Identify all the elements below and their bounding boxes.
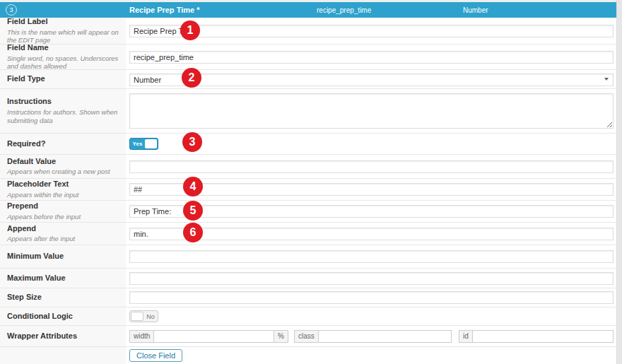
default-value-description: Appears when creating a new post [7, 168, 120, 176]
conditional-logic-labelcell: Conditional Logic [0, 307, 126, 325]
annotation-2-number: 2 [189, 71, 195, 84]
field-type-labelcell: Field Type [0, 70, 126, 88]
field-type-label: Field Type [7, 74, 120, 84]
conditional-logic-label: Conditional Logic [7, 312, 120, 322]
annotation-4-number: 4 [190, 180, 196, 193]
field-label-description: This is the name which will appear on th… [7, 28, 120, 45]
row-field-label: Field Label This is the name which will … [0, 18, 616, 44]
placeholder-description: Appears within the input [7, 191, 120, 199]
wrapper-id-prefix: id [459, 330, 472, 343]
row-wrapper-attributes: Wrapper Attributes width % class id [0, 325, 616, 346]
row-field-name: Field Name Single word, no spaces. Under… [0, 44, 616, 69]
required-toggle-knob [145, 139, 157, 148]
required-labelcell: Required? [0, 134, 126, 154]
required-label: Required? [7, 139, 120, 149]
annotation-circle-3: 3 [182, 132, 202, 152]
instructions-label: Instructions [7, 97, 120, 107]
wrapper-width-input[interactable] [153, 330, 274, 343]
field-header-bar[interactable]: 3 Recipe Prep Time * recipe_prep_time Nu… [0, 2, 616, 18]
maximum-value-input[interactable] [129, 272, 614, 285]
field-name-labelcell: Field Name Single word, no spaces. Under… [0, 45, 126, 69]
wrapper-id-input[interactable] [472, 330, 614, 343]
wrapper-class-prefix: class [294, 330, 318, 343]
row-prepend: Prepend Appears before the input [0, 200, 616, 222]
maximum-value-labelcell: Maximum Value [0, 269, 126, 288]
annotation-1-number: 1 [187, 24, 194, 37]
acf-field-settings-panel: 3 Recipe Prep Time * recipe_prep_time Nu… [0, 0, 622, 364]
annotation-6-number: 6 [190, 226, 196, 239]
step-size-labelcell: Step Size [0, 288, 126, 307]
instructions-textarea[interactable] [129, 93, 614, 129]
row-placeholder: Placeholder Text Appears within the inpu… [0, 178, 616, 200]
wrapper-width-prefix: width [129, 330, 153, 343]
required-toggle[interactable]: Yes [129, 138, 158, 150]
wrapper-class-group: class [294, 330, 452, 343]
append-labelcell: Append Appears after the input [0, 223, 126, 245]
minimum-value-input[interactable] [129, 250, 614, 263]
row-step-size: Step Size [0, 288, 616, 307]
close-field-labelcell [0, 347, 126, 364]
row-minimum-value: Minimum Value [0, 245, 616, 268]
field-header-name: recipe_prep_time [317, 6, 371, 14]
conditional-logic-toggle[interactable]: No [129, 310, 158, 322]
required-toggle-label: Yes [130, 141, 145, 147]
field-label-input[interactable] [129, 25, 614, 37]
step-size-label: Step Size [7, 293, 120, 303]
step-size-input[interactable] [129, 291, 614, 304]
wrapper-class-input[interactable] [318, 330, 452, 343]
minimum-value-label: Minimum Value [7, 252, 120, 262]
maximum-value-label: Maximum Value [7, 274, 120, 283]
wrapper-width-group: width % [129, 330, 288, 343]
annotation-circle-6: 6 [183, 223, 203, 242]
field-label-label: Field Label [7, 17, 120, 27]
field-name-input[interactable] [129, 51, 614, 64]
placeholder-label: Placeholder Text [7, 180, 120, 189]
row-conditional-logic: Conditional Logic No [0, 307, 616, 325]
minimum-value-labelcell: Minimum Value [0, 245, 126, 268]
field-settings-body: Field Label This is the name which will … [0, 18, 616, 364]
row-default-value: Default Value Appears when creating a ne… [0, 154, 616, 178]
field-header-label: Recipe Prep Time * [129, 6, 199, 14]
annotation-5-number: 5 [190, 204, 196, 217]
wrapper-attributes-label: Wrapper Attributes [7, 331, 120, 341]
placeholder-labelcell: Placeholder Text Appears within the inpu… [0, 179, 126, 200]
row-maximum-value: Maximum Value [0, 268, 616, 288]
annotation-circle-4: 4 [183, 177, 203, 196]
wrapper-id-group: id [459, 330, 614, 343]
field-name-description: Single word, no spaces. Underscores and … [7, 54, 120, 71]
row-instructions: Instructions Instructions for authors. S… [0, 88, 616, 133]
annotation-circle-5: 5 [183, 201, 203, 221]
wrapper-attributes-labelcell: Wrapper Attributes [0, 326, 126, 346]
default-value-input[interactable] [129, 160, 614, 173]
wrapper-width-suffix: % [274, 330, 288, 343]
prepend-labelcell: Prepend Appears before the input [0, 201, 126, 222]
default-value-label: Default Value [7, 157, 120, 167]
row-close-field: Close Field [0, 346, 616, 364]
annotation-3-number: 3 [189, 136, 196, 148]
prepend-label: Prepend [7, 201, 120, 211]
default-value-labelcell: Default Value Appears when creating a ne… [0, 155, 126, 178]
annotation-circle-1: 1 [180, 20, 200, 40]
field-header-type: Number [463, 6, 488, 14]
instructions-description: Instructions for authors. Shown when sub… [7, 108, 120, 125]
append-description: Appears after the input [7, 235, 120, 243]
field-order-badge[interactable]: 3 [6, 4, 17, 16]
field-name-label: Field Name [7, 43, 120, 53]
conditional-logic-toggle-knob [131, 312, 143, 321]
right-edge-strip [616, 0, 622, 364]
instructions-labelcell: Instructions Instructions for authors. S… [0, 89, 126, 133]
field-type-select[interactable]: Number [129, 74, 614, 86]
prepend-description: Appears before the input [7, 213, 120, 221]
annotation-circle-2: 2 [182, 68, 201, 88]
close-field-button[interactable]: Close Field [129, 349, 182, 362]
append-label: Append [7, 224, 120, 234]
field-label-labelcell: Field Label This is the name which will … [0, 18, 126, 44]
conditional-logic-toggle-label: No [143, 313, 158, 320]
row-append: Append Appears after the input [0, 222, 616, 245]
row-required: Required? Yes [0, 133, 616, 154]
row-field-type: Field Type Number [0, 69, 616, 88]
